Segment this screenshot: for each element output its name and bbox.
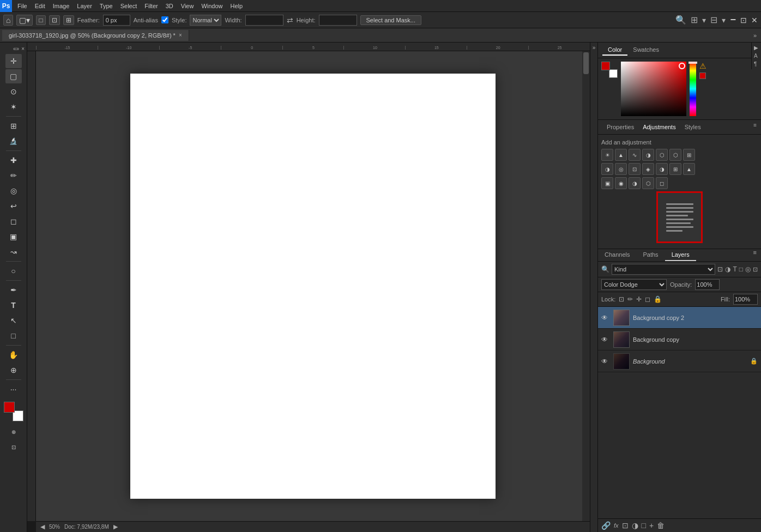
filter-adj-icon[interactable]: ◑ (725, 265, 730, 273)
selective-color-icon[interactable]: ◉ (615, 177, 627, 189)
color-balance-icon[interactable]: ⊞ (683, 149, 695, 161)
shape-tool[interactable]: □ (5, 329, 22, 343)
right-collapse-btn[interactable]: » (590, 43, 597, 532)
menu-edit[interactable]: Edit (32, 2, 49, 10)
toolbox-expand-icon[interactable]: «» (13, 46, 19, 52)
tool-preset-btn[interactable]: ⌂ (3, 15, 13, 26)
layers-panel-menu[interactable]: ≡ (749, 249, 761, 261)
arrange-icon[interactable]: ⊟ (710, 15, 717, 25)
curves-icon[interactable]: ∿ (629, 149, 641, 161)
bw-icon[interactable]: ◑ (601, 163, 613, 175)
search-icon[interactable]: 🔍 (675, 15, 686, 25)
clone-tool[interactable]: ◎ (5, 184, 22, 198)
subtract-opt[interactable]: □ (36, 15, 45, 25)
smudge-tool[interactable]: ↝ (5, 245, 22, 259)
paths-tab[interactable]: Paths (636, 249, 665, 261)
delete-layer-btn[interactable]: 🗑 (657, 521, 665, 530)
color-bg-swatch[interactable] (609, 69, 618, 78)
gradient-tool[interactable]: ▣ (5, 229, 22, 244)
hue-slider[interactable] (690, 62, 696, 116)
lock-position-icon[interactable]: ✛ (636, 295, 642, 303)
brush-tool[interactable]: ✏ (5, 168, 22, 183)
layer-fx-btn[interactable]: fx (614, 522, 619, 529)
path-select-tool[interactable]: ↖ (5, 313, 22, 328)
layers-filter-select[interactable]: Kind (612, 264, 715, 275)
styles-tab[interactable]: Styles (680, 122, 705, 132)
menu-layer[interactable]: Layer (74, 2, 95, 10)
rect-select-tool[interactable]: ▢ (5, 69, 22, 83)
exclude-opt[interactable]: ⊞ (63, 15, 74, 25)
document-tab[interactable]: girl-3033718_1920.jpg @ 50% (Background … (2, 30, 189, 41)
dodge-tool[interactable]: ○ (5, 264, 22, 278)
vibrance-icon[interactable]: ⬡ (656, 149, 668, 161)
menu-file[interactable]: File (14, 2, 31, 10)
quick-mask-mode[interactable]: ⊕ (5, 425, 22, 439)
minimize-btn[interactable]: − (730, 14, 736, 26)
filter-pixel-icon[interactable]: ⊡ (717, 265, 723, 273)
adj-preview-box[interactable] (656, 191, 703, 243)
adjustments-tab[interactable]: Adjustments (638, 122, 680, 132)
channels-tab[interactable]: Channels (598, 249, 636, 261)
gamut-warning-icon[interactable]: ⚠ (699, 62, 706, 70)
arrange-arrow[interactable]: ▾ (722, 16, 726, 25)
heal-tool[interactable]: ✚ (5, 153, 22, 167)
color-fg-swatch[interactable] (601, 62, 610, 70)
intersect-opt[interactable]: ⊡ (49, 15, 60, 25)
action-icon-2[interactable]: A (754, 53, 759, 59)
fill-input[interactable] (733, 294, 758, 305)
eraser-tool[interactable]: ◻ (5, 214, 22, 228)
color-alert-swatch[interactable] (699, 72, 706, 79)
layer-group-btn[interactable]: □ (642, 521, 646, 530)
brightness-icon[interactable]: ☀ (601, 149, 613, 161)
filter-text-icon[interactable]: T (733, 265, 736, 273)
invert-icon[interactable]: ◑ (656, 163, 668, 175)
scroll-right-btn[interactable]: ▶ (113, 523, 118, 530)
crop-tool[interactable]: ⊞ (5, 119, 22, 133)
filter-smart-icon[interactable]: ◎ (745, 265, 751, 273)
hand-tool[interactable]: ✋ (5, 348, 22, 362)
shadow-highlight-icon[interactable]: ◑ (629, 177, 641, 189)
threshold-icon[interactable]: ▲ (683, 163, 695, 175)
swap-icon[interactable]: ⇄ (287, 16, 293, 25)
lock-all-icon[interactable]: 🔒 (654, 295, 662, 303)
toolbox-close-icon[interactable]: × (21, 46, 25, 52)
v-scrollbar-thumb[interactable] (583, 52, 589, 74)
adj-panel-menu[interactable]: ≡ (753, 122, 757, 132)
height-input[interactable] (319, 15, 357, 26)
layer-link-icon[interactable]: 🔗 (601, 521, 611, 530)
zoom-tool[interactable]: ⊕ (5, 363, 22, 377)
swatches-tab[interactable]: Swatches (627, 45, 665, 56)
menu-type[interactable]: Type (96, 2, 116, 10)
move-tool[interactable]: ✛ (5, 54, 22, 68)
blend-mode-select[interactable]: Color Dodge (601, 279, 667, 290)
more-tools[interactable]: ··· (5, 382, 22, 396)
screen-mode[interactable]: ⊡ (5, 440, 22, 454)
menu-select[interactable]: Select (117, 2, 141, 10)
opacity-input[interactable] (695, 279, 720, 290)
photo-filter-icon[interactable]: ◎ (615, 163, 627, 175)
canvas-content[interactable] (36, 51, 590, 521)
panel-collapse-btn[interactable]: » (749, 32, 761, 39)
layer-row[interactable]: 👁 Background 🔒 (598, 350, 761, 372)
channel-mixer-icon[interactable]: ⊡ (629, 163, 641, 175)
color-lookup-icon[interactable]: ◈ (642, 163, 654, 175)
scroll-left-btn[interactable]: ◀ (40, 523, 45, 530)
menu-3d[interactable]: 3D (162, 2, 177, 10)
hue-sat-icon[interactable]: ⬡ (669, 149, 681, 161)
workspace-arrow[interactable]: ▾ (702, 16, 706, 25)
layer-mask-btn[interactable]: ⊡ (622, 521, 629, 530)
width-input[interactable] (245, 15, 283, 26)
desaturate-icon[interactable]: ◻ (656, 177, 668, 189)
magic-wand-tool[interactable]: ✶ (5, 100, 22, 114)
filter-shape-icon[interactable]: □ (739, 265, 743, 273)
filter-toggle[interactable]: ⊡ (753, 266, 758, 273)
select-mask-button[interactable]: Select and Mask... (360, 15, 422, 25)
lock-pixels-icon[interactable]: ✏ (627, 295, 633, 303)
antialiase-checkbox[interactable] (161, 16, 168, 23)
rect-select-opt[interactable]: ▢▾ (16, 15, 33, 26)
layer-visibility-toggle[interactable]: 👁 (601, 314, 610, 322)
foreground-color[interactable] (4, 402, 15, 413)
posterize-icon[interactable]: ⊞ (669, 163, 681, 175)
layer-row[interactable]: 👁 Background copy 2 (598, 307, 761, 329)
action-icon-1[interactable]: ▶ (754, 45, 759, 51)
